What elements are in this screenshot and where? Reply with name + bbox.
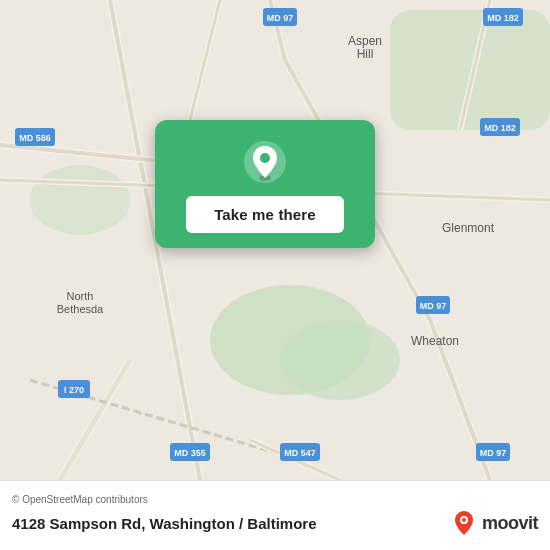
svg-text:MD 97: MD 97 [267, 13, 294, 23]
bottom-info-bar: © OpenStreetMap contributors 4128 Sampso… [0, 480, 550, 550]
svg-text:North: North [67, 290, 94, 302]
svg-rect-3 [390, 10, 550, 130]
address-label: 4128 Sampson Rd, Washington / Baltimore [12, 515, 317, 532]
svg-text:Wheaton: Wheaton [411, 334, 459, 348]
moovit-brand-icon [450, 509, 478, 537]
svg-text:MD 586: MD 586 [19, 133, 51, 143]
svg-point-56 [462, 518, 466, 522]
svg-text:MD 97: MD 97 [480, 448, 507, 458]
address-row: 4128 Sampson Rd, Washington / Baltimore … [12, 509, 538, 537]
svg-point-4 [30, 165, 130, 235]
svg-point-2 [280, 320, 400, 400]
svg-text:Hill: Hill [357, 47, 374, 61]
svg-text:Glenmont: Glenmont [442, 221, 495, 235]
svg-text:MD 547: MD 547 [284, 448, 316, 458]
svg-point-54 [260, 153, 270, 163]
svg-text:MD 355: MD 355 [174, 448, 206, 458]
svg-text:Aspen: Aspen [348, 34, 382, 48]
moovit-logo: moovit [450, 509, 538, 537]
svg-text:I 270: I 270 [64, 385, 84, 395]
map-attribution: © OpenStreetMap contributors [12, 494, 538, 505]
location-pin-icon [243, 140, 287, 184]
svg-text:MD 182: MD 182 [487, 13, 519, 23]
map-view: MD 97 MD 182 MD 586 MD 355 MD 182 MD 97 … [0, 0, 550, 480]
navigation-popup: Take me there [155, 120, 375, 248]
take-me-there-button[interactable]: Take me there [186, 196, 344, 233]
svg-text:Bethesda: Bethesda [57, 303, 104, 315]
moovit-wordmark: moovit [482, 513, 538, 534]
svg-text:MD 182: MD 182 [484, 123, 516, 133]
svg-text:MD 97: MD 97 [420, 301, 447, 311]
